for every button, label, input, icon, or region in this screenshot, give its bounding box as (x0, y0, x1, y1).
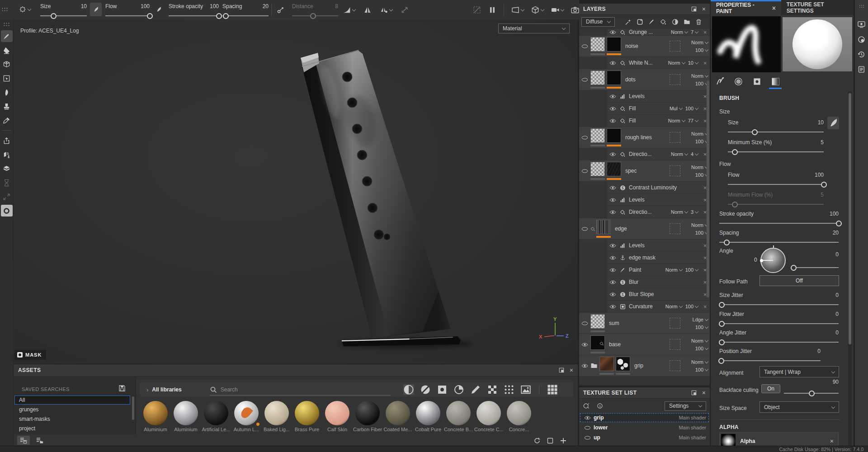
visibility-eye-icon[interactable] (607, 152, 618, 157)
empty-mask-slot[interactable] (670, 360, 680, 371)
empty-mask-slot[interactable] (670, 74, 680, 85)
close-tab-icon[interactable]: × (772, 5, 776, 11)
material-asset[interactable]: Baked Lig... (262, 401, 291, 432)
effect-row[interactable]: Blur× (607, 276, 710, 288)
material-asset[interactable]: Concrete C... (474, 401, 503, 432)
layer-thumbnail[interactable] (596, 218, 611, 239)
add-paint-layer-icon[interactable] (648, 19, 655, 25)
material-asset[interactable]: Artificial Le... (202, 401, 231, 432)
layer-thumbnail[interactable] (607, 69, 621, 90)
layer-row[interactable]: noiseNorm100 (579, 36, 710, 56)
effect-row[interactable]: Levels× (607, 240, 710, 251)
3d-model-magazine[interactable] (14, 19, 578, 364)
close-panel-icon[interactable]: × (570, 367, 573, 373)
texture-set-row-grip[interactable]: gripMain shader (580, 413, 709, 422)
layer-thumbnail[interactable] (590, 160, 605, 181)
layer-thumbnail[interactable] (590, 36, 605, 56)
add-fill-layer-icon[interactable] (637, 19, 643, 25)
stroke-opacity-slider[interactable] (169, 13, 219, 19)
param-value[interactable]: 5 (821, 139, 824, 146)
visibility-hidden-icon[interactable] (579, 135, 590, 140)
projection-tool[interactable] (1, 58, 13, 70)
effect-row[interactable]: edge mask× (607, 252, 710, 264)
quick-transform-icon[interactable] (401, 6, 409, 14)
angle-jitter-slider[interactable] (719, 339, 839, 345)
selection-mask-toggle-icon[interactable] (473, 6, 481, 14)
opacity-dropdown[interactable]: 3 (691, 209, 698, 215)
effect-row[interactable]: Blur Slope× (607, 288, 710, 300)
material-asset[interactable]: Autumn L... (232, 401, 261, 432)
opacity-dropdown[interactable]: 100 (695, 139, 708, 144)
effect-row[interactable]: Contrast Luminosity× (607, 182, 710, 193)
param-value[interactable]: 20 (833, 230, 839, 236)
layer-row[interactable]: specNorm100 (579, 160, 710, 181)
param-value[interactable]: 90 (833, 379, 839, 385)
save-search-icon[interactable] (118, 385, 126, 392)
blend-mode-dropdown[interactable]: Norm (691, 222, 708, 228)
param-value[interactable]: 0 (835, 311, 839, 317)
visibility-eye-icon[interactable] (607, 268, 618, 273)
position-jitter-slider[interactable] (719, 358, 821, 363)
viewport-3d[interactable]: Profile: ACES_UE4_Log Material MASK Y X … (14, 19, 578, 364)
brushes-filter-icon[interactable] (470, 384, 481, 395)
blend-mode-dropdown[interactable]: Norm (668, 118, 685, 123)
effect-row[interactable]: FillMul100× (607, 103, 710, 114)
empty-mask-slot[interactable] (670, 223, 680, 234)
param-value[interactable]: 100 (815, 172, 824, 178)
blend-mode-dropdown[interactable]: Norm (691, 165, 708, 170)
shader-link[interactable]: Main shader (679, 435, 706, 440)
folders-view-icon[interactable] (33, 436, 46, 445)
properties-scrollbar[interactable] (848, 91, 852, 446)
visibility-hidden-icon[interactable] (579, 321, 590, 326)
add-folder-icon[interactable] (684, 19, 690, 25)
effect-row[interactable]: Levels× (607, 194, 710, 206)
material-asset[interactable]: Carbon Fiber (353, 401, 382, 432)
saved-search-all[interactable]: All (14, 396, 130, 405)
blend-mode-dropdown[interactable]: Norm (665, 267, 682, 273)
textures-filter-icon[interactable] (504, 384, 514, 395)
blend-mode-dropdown[interactable]: Norm (665, 304, 682, 309)
opacity-dropdown[interactable]: 100 (695, 346, 708, 351)
effect-row[interactable]: Directio...Norm4× (607, 148, 710, 160)
layer-thumbnail[interactable] (590, 334, 605, 355)
stroke-opacity-slider[interactable] (719, 220, 839, 226)
reimport-assets-icon[interactable] (533, 437, 541, 444)
materials-filter-icon[interactable] (403, 384, 414, 395)
opacity-dropdown[interactable]: 100 (685, 267, 698, 273)
layer-thumbnail[interactable] (590, 69, 605, 90)
layer-row[interactable]: rough linesNorm100 (579, 127, 710, 148)
blend-mode-dropdown[interactable]: Norm (691, 40, 708, 45)
layer-thumbnail[interactable] (607, 127, 621, 148)
blend-mode-dropdown[interactable]: Norm (671, 151, 688, 157)
spacing-slider[interactable] (222, 13, 269, 19)
backface-culling-toggle[interactable]: On (761, 384, 780, 393)
visibility-eye-icon[interactable] (579, 342, 590, 347)
tab-texture-set-settings[interactable]: TEXTURE SET SETTINGS (781, 0, 854, 15)
shader-link[interactable]: Main shader (679, 425, 706, 430)
material-asset[interactable]: Concrete B... (444, 401, 473, 432)
pause-engine-icon[interactable] (488, 6, 496, 14)
stroke-opacity-value[interactable]: 100 (210, 3, 219, 9)
visibility-eye-icon[interactable] (607, 255, 618, 260)
stencil-mode-icon[interactable] (750, 75, 763, 88)
tab-properties-paint[interactable]: PROPERTIES - PAINT × (711, 0, 781, 15)
history-icon[interactable] (856, 49, 867, 60)
blend-mode-dropdown[interactable]: Ldge (693, 317, 708, 322)
material-asset[interactable]: Aluminium (171, 401, 200, 432)
angle-slider[interactable] (792, 264, 839, 270)
flow-slider[interactable] (728, 181, 824, 187)
new-resource-icon[interactable] (547, 437, 554, 444)
param-value[interactable]: 0 (835, 292, 839, 298)
spacing-value[interactable]: 20 (263, 3, 269, 9)
flow-value[interactable]: 100 (141, 3, 150, 9)
import-assets-icon[interactable] (560, 437, 567, 444)
remove-alpha-icon[interactable]: × (830, 438, 834, 444)
material-dropdown[interactable]: Material (498, 24, 570, 33)
size-pen-pressure-toggle[interactable] (90, 3, 102, 16)
flow-jitter-slider[interactable] (719, 320, 839, 326)
paint-tool[interactable] (1, 30, 13, 42)
visibility-eye-icon[interactable] (607, 243, 618, 248)
alphas-filter-icon[interactable] (487, 384, 498, 395)
effect-row[interactable]: FillNorm77× (607, 115, 710, 127)
breadcrumb[interactable]: All libraries (152, 386, 181, 393)
